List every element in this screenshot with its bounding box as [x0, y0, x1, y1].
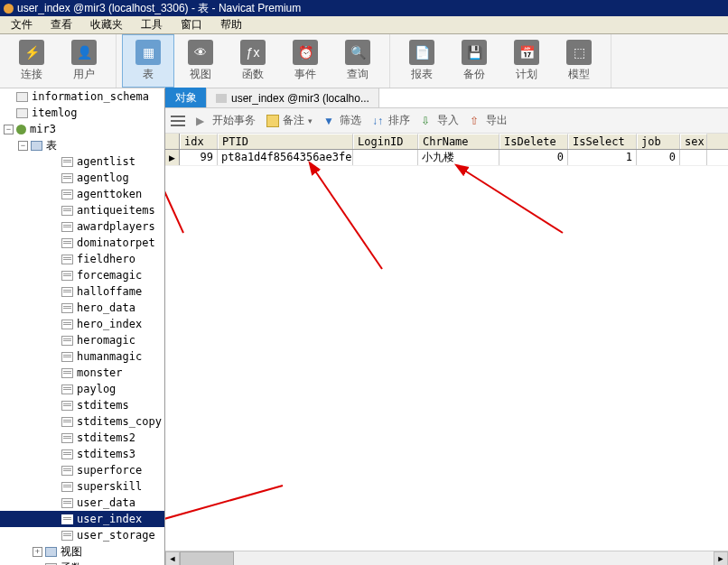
tree-item[interactable]: humanmagic: [0, 348, 164, 365]
tree-item[interactable]: agenttoken: [0, 186, 164, 202]
tree-item[interactable]: forcemagic: [0, 267, 164, 283]
column-header-IsSelect[interactable]: IsSelect: [568, 134, 637, 149]
tree-item[interactable]: stditems2: [0, 430, 164, 446]
tree-item[interactable]: hero_index: [0, 316, 164, 332]
scroll-thumb[interactable]: [180, 551, 234, 566]
sort-button[interactable]: ↓↑ 排序: [372, 113, 410, 128]
tool-连接[interactable]: ⚡连接: [5, 34, 58, 88]
database-active-icon: [16, 125, 26, 134]
column-header-ChrName[interactable]: ChrName: [418, 134, 499, 149]
table-icon: [61, 255, 73, 264]
column-header-PTID[interactable]: PTID: [218, 134, 353, 149]
scroll-right-arrow[interactable]: ►: [714, 551, 728, 566]
tree-item[interactable]: awardplayers: [0, 218, 164, 235]
tree-item[interactable]: user_storage: [0, 527, 164, 543]
play-icon: ▶: [196, 115, 209, 127]
tree-item[interactable]: stditems_copy: [0, 413, 164, 430]
tree-item[interactable]: monster: [0, 365, 164, 381]
tree-item[interactable]: stditems3: [0, 446, 164, 462]
tree-item[interactable]: fx函数: [0, 560, 164, 565]
tree-item[interactable]: superforce: [0, 462, 164, 478]
tool-备份[interactable]: 💾备份: [448, 34, 500, 88]
menu-tools[interactable]: 工具: [132, 15, 172, 34]
tree-item[interactable]: superskill: [0, 478, 164, 495]
table-row[interactable]: ▶99pt8a1d4f8564356ae3fe小九楼010: [165, 150, 728, 166]
tool-查询[interactable]: 🔍查询: [331, 34, 384, 88]
filter-button[interactable]: ▼ 筛选: [323, 113, 361, 128]
hamburger-icon[interactable]: [171, 116, 185, 126]
object-tree-sidebar[interactable]: information_schemaitemlog−mir3−表agentlis…: [0, 88, 165, 565]
tool-用户[interactable]: 👤用户: [58, 34, 110, 88]
menu-help[interactable]: 帮助: [211, 15, 251, 34]
tool-表[interactable]: ▦表: [122, 34, 174, 88]
data-grid[interactable]: idxPTIDLoginIDChrNameIsDeleteIsSelectjob…: [165, 134, 728, 551]
tool-icon: ⏰: [293, 40, 318, 65]
cell-ChrName[interactable]: 小九楼: [418, 150, 499, 165]
table-action-bar: ▶ 开始事务 备注 ▾ ▼ 筛选 ↓↑ 排序 ⇩ 导入 ⇧ 导出: [165, 108, 728, 134]
tree-item[interactable]: hero_data: [0, 300, 164, 316]
tool-事件[interactable]: ⏰事件: [279, 34, 331, 88]
tab-objects[interactable]: 对象: [165, 88, 207, 107]
tree-item[interactable]: fieldhero: [0, 251, 164, 267]
expand-icon[interactable]: +: [33, 547, 42, 557]
cell-IsDelete[interactable]: 0: [499, 150, 568, 165]
start-transaction-button[interactable]: ▶ 开始事务: [196, 113, 256, 128]
cell-IsSelect[interactable]: 1: [568, 150, 637, 165]
cell-LoginID[interactable]: [353, 150, 418, 165]
table-icon: [61, 449, 73, 459]
tree-item[interactable]: heromagic: [0, 332, 164, 348]
tree-item[interactable]: antiqueitems: [0, 202, 164, 218]
content-tabs: 对象 user_index @mir3 (localho...: [165, 88, 728, 108]
tree-item[interactable]: agentlist: [0, 153, 164, 170]
scroll-track[interactable]: [180, 551, 714, 566]
column-header-LoginID[interactable]: LoginID: [353, 134, 418, 149]
menu-favorites[interactable]: 收藏夹: [81, 15, 132, 34]
horizontal-scrollbar[interactable]: ◄ ►: [165, 551, 728, 565]
column-header-sex[interactable]: sex: [680, 134, 707, 149]
cell-sex[interactable]: [680, 150, 707, 165]
tree-item[interactable]: paylog: [0, 381, 164, 397]
tab-user-index[interactable]: user_index @mir3 (localho...: [206, 88, 379, 107]
table-icon: [61, 417, 73, 427]
cell-job[interactable]: 0: [637, 150, 680, 165]
sidebar-splitter[interactable]: [161, 88, 164, 565]
tool-报表[interactable]: 📄报表: [396, 34, 448, 88]
tree-item[interactable]: user_data: [0, 495, 164, 511]
tree-item[interactable]: +视图: [0, 543, 164, 560]
table-icon: [61, 157, 73, 167]
tree-item[interactable]: −mir3: [0, 121, 164, 137]
tree-item[interactable]: itemlog: [0, 105, 164, 121]
tree-item[interactable]: stditems: [0, 397, 164, 413]
tree-item[interactable]: dominatorpet: [0, 235, 164, 251]
tool-计划[interactable]: 📅计划: [500, 34, 553, 88]
memo-button[interactable]: 备注 ▾: [266, 113, 313, 128]
export-icon: ⇧: [470, 115, 482, 127]
tree-item[interactable]: user_index: [0, 511, 164, 527]
menu-view[interactable]: 查看: [42, 15, 81, 34]
table-icon: [61, 482, 73, 492]
column-header-IsDelete[interactable]: IsDelete: [499, 134, 568, 149]
cell-PTID[interactable]: pt8a1d4f8564356ae3fe: [218, 150, 353, 165]
tree-item[interactable]: halloffame: [0, 283, 164, 300]
tool-函数[interactable]: ƒx函数: [227, 34, 279, 88]
tool-模型[interactable]: ⬚模型: [553, 34, 605, 88]
table-icon: [61, 514, 73, 524]
menu-window[interactable]: 窗口: [172, 15, 211, 34]
tool-icon: 📄: [409, 40, 434, 65]
tree-item[interactable]: information_schema: [0, 88, 164, 105]
tree-item[interactable]: agentlog: [0, 170, 164, 186]
scroll-left-arrow[interactable]: ◄: [165, 551, 180, 566]
tool-icon: 🔍: [345, 40, 370, 65]
collapse-icon[interactable]: −: [4, 125, 14, 134]
tree-item[interactable]: −表: [0, 137, 164, 153]
menu-file[interactable]: 文件: [2, 15, 42, 34]
column-header-idx[interactable]: idx: [180, 134, 218, 149]
window-title: user_index @mir3 (localhost_3306) - 表 - …: [17, 0, 301, 16]
import-button[interactable]: ⇩ 导入: [421, 113, 459, 128]
column-header-job[interactable]: job: [637, 134, 680, 149]
cell-idx[interactable]: 99: [180, 150, 218, 165]
tool-icon: ⚡: [19, 40, 44, 65]
tool-视图[interactable]: 👁视图: [174, 34, 227, 88]
collapse-icon[interactable]: −: [18, 141, 28, 151]
export-button[interactable]: ⇧ 导出: [470, 113, 508, 128]
